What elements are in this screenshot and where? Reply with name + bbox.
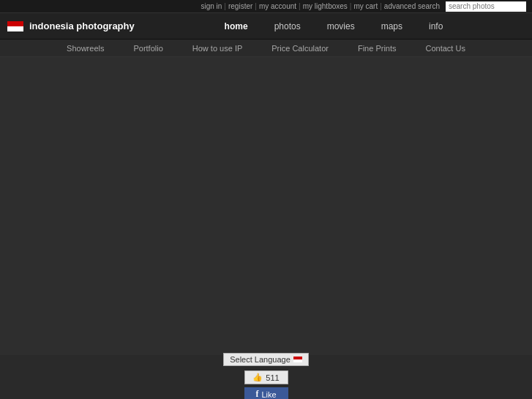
logo-area: indonesia photography bbox=[0, 20, 135, 31]
facebook-like-button[interactable]: f Like bbox=[244, 387, 288, 399]
sep4: | bbox=[350, 2, 352, 10]
nav-links: home photos movies maps info bbox=[135, 21, 532, 31]
my-lightboxes-link[interactable]: my lightboxes bbox=[303, 2, 348, 10]
language-select-button[interactable]: Select Language bbox=[223, 353, 309, 366]
nav-home[interactable]: home bbox=[211, 21, 261, 31]
sep5: | bbox=[380, 2, 382, 10]
flag-icon bbox=[7, 21, 23, 31]
my-account-link[interactable]: my account bbox=[259, 2, 296, 10]
svg-rect-1 bbox=[7, 26, 23, 31]
thumbs-up-icon: 👍 bbox=[252, 373, 263, 382]
content-area bbox=[0, 57, 532, 355]
search-input[interactable] bbox=[446, 1, 526, 12]
sep2: | bbox=[255, 2, 257, 10]
sep1: | bbox=[224, 2, 226, 10]
nav-movies[interactable]: movies bbox=[314, 21, 368, 31]
nav-maps[interactable]: maps bbox=[368, 21, 416, 31]
subnav-contact-us[interactable]: Contact Us bbox=[411, 44, 480, 53]
subnav-price-calculator[interactable]: Price Calculator bbox=[257, 44, 343, 53]
sign-in-link[interactable]: sign in bbox=[201, 2, 222, 10]
subnav-fine-prints[interactable]: Fine Prints bbox=[343, 44, 411, 53]
advanced-search-link[interactable]: advanced search bbox=[384, 2, 440, 10]
sep3: | bbox=[299, 2, 301, 10]
like-label: Like bbox=[261, 390, 276, 399]
sub-nav: Showreels Portfolio How to use IP Price … bbox=[0, 40, 532, 57]
svg-rect-0 bbox=[7, 21, 23, 26]
social-area: 👍 511 f Like bbox=[244, 370, 288, 399]
facebook-icon: f bbox=[255, 389, 258, 399]
main-nav: indonesia photography home photos movies… bbox=[0, 13, 532, 40]
language-flag-icon bbox=[293, 357, 302, 362]
site-title: indonesia photography bbox=[29, 20, 135, 31]
my-cart-link[interactable]: my cart bbox=[353, 2, 378, 10]
top-bar: sign in | register | my account | my lig… bbox=[0, 0, 532, 13]
subnav-portfolio[interactable]: Portfolio bbox=[119, 44, 177, 53]
like-count-button[interactable]: 👍 511 bbox=[244, 370, 288, 384]
bottom-area: Select Language 👍 511 f Like bbox=[0, 355, 532, 399]
subnav-how-to-use[interactable]: How to use IP bbox=[178, 44, 257, 53]
nav-photos[interactable]: photos bbox=[261, 21, 314, 31]
subnav-showreels[interactable]: Showreels bbox=[52, 44, 119, 53]
like-count: 511 bbox=[266, 373, 279, 382]
language-label: Select Language bbox=[230, 355, 291, 364]
nav-info[interactable]: info bbox=[416, 21, 456, 31]
register-link[interactable]: register bbox=[228, 2, 252, 10]
